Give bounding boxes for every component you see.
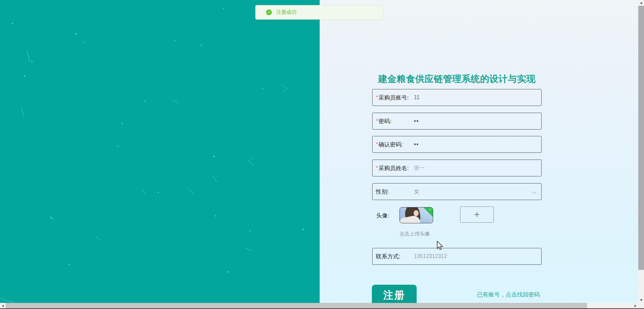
scroll-left-button[interactable] (0, 303, 6, 309)
required-marker: * (376, 165, 378, 170)
field-gender-select[interactable]: 性别: 女 (372, 183, 542, 200)
field-confirm-password-label: 确认密码: (379, 141, 403, 148)
field-contact[interactable]: 联系方式: 13512312312 (372, 248, 542, 265)
field-name[interactable]: * 采购员姓名: 张一 (372, 160, 542, 176)
check-icon: ✓ (429, 207, 432, 212)
field-contact-label: 联系方式: (376, 253, 400, 260)
field-gender-value: 女 (414, 188, 419, 195)
triangle-up-icon (640, 2, 643, 4)
field-contact-value: 13512312312 (414, 253, 447, 259)
field-name-value: 张一 (414, 165, 425, 172)
left-decor-panel (0, 0, 320, 303)
field-confirm-password[interactable]: * 确认密码: •• (372, 136, 542, 153)
required-marker: * (376, 94, 378, 100)
field-account-value: 11 (414, 94, 420, 101)
scroll-right-button[interactable] (633, 303, 638, 309)
upload-hint: 点击上传头像 (399, 231, 430, 237)
field-confirm-password-value: •• (414, 141, 419, 147)
login-recover-link[interactable]: 已有账号，点击找回密码 (477, 291, 540, 299)
toast-message: 注册成功 (276, 9, 296, 16)
success-toast: ✓ 注册成功 (255, 5, 383, 20)
success-check-icon: ✓ (266, 9, 272, 15)
scroll-up-button[interactable] (638, 0, 644, 6)
horizontal-scrollbar[interactable] (0, 303, 638, 309)
scroll-down-button[interactable] (638, 297, 644, 303)
avatar-preview[interactable]: ✓ (399, 207, 433, 223)
avatar-upload-button[interactable]: + (460, 206, 494, 223)
field-password-value: •• (414, 118, 419, 124)
triangle-left-icon (2, 305, 4, 307)
field-password-label: 密码: (379, 117, 392, 125)
vertical-scrollbar[interactable] (638, 0, 644, 303)
required-marker: * (376, 141, 378, 147)
field-account-label: 采购员账号: (379, 94, 409, 102)
required-marker: * (376, 118, 378, 123)
plus-icon: + (474, 209, 480, 220)
page-title: 建金粮食供应链管理系统的设计与实现 (372, 73, 542, 85)
field-account[interactable]: * 采购员账号: 11 (372, 89, 542, 106)
particles-decoration (0, 0, 320, 303)
avatar-label: 头像: (376, 212, 389, 220)
scrollbar-corner (638, 303, 644, 309)
triangle-down-icon (640, 299, 643, 301)
triangle-right-icon (635, 305, 636, 307)
avatar-photo-face (414, 210, 419, 216)
field-password[interactable]: * 密码: •• (372, 113, 542, 130)
chevron-down-icon (532, 189, 536, 194)
field-gender-label: 性别: (376, 188, 389, 196)
horizontal-scrollbar-thumb[interactable] (6, 303, 587, 309)
register-button[interactable]: 注册 (372, 285, 417, 306)
vertical-scrollbar-thumb[interactable] (638, 6, 644, 270)
field-name-label: 采购员姓名: (379, 164, 409, 172)
